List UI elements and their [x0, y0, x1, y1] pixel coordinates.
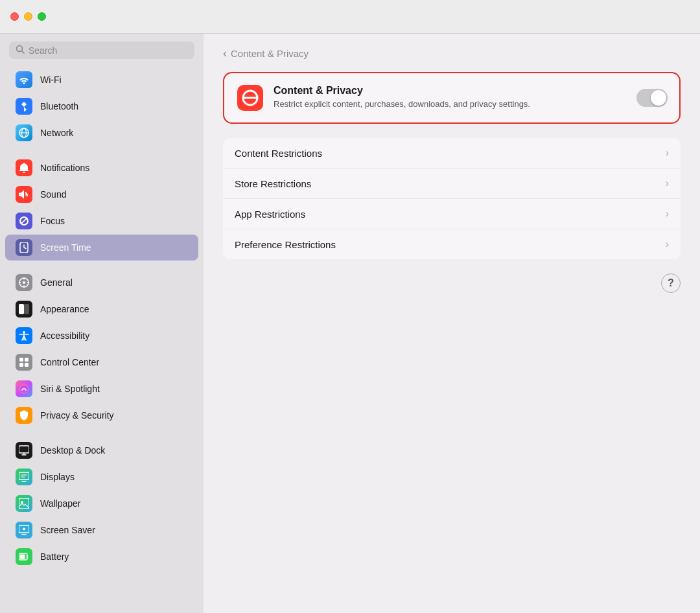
- sidebar-item-privacy[interactable]: Privacy & Security: [5, 402, 198, 428]
- restriction-item-preference[interactable]: Preference Restrictions›: [223, 229, 681, 259]
- sidebar-item-label-privacy: Privacy & Security: [40, 410, 114, 421]
- restriction-item-app[interactable]: App Restrictions›: [223, 199, 681, 229]
- sidebar-item-notifications[interactable]: Notifications: [5, 155, 198, 181]
- svg-rect-13: [19, 363, 23, 367]
- svg-rect-12: [25, 358, 29, 362]
- sidebar-item-screensaver[interactable]: Screen Saver: [5, 517, 198, 543]
- wallpaper-icon: [16, 495, 32, 512]
- search-icon: [16, 45, 25, 56]
- accessibility-icon: [16, 327, 32, 344]
- svg-rect-18: [19, 498, 29, 509]
- svg-rect-11: [19, 358, 23, 362]
- back-title: Content & Privacy: [231, 48, 309, 59]
- restriction-chevron-preference: ›: [666, 238, 669, 250]
- restriction-chevron-app: ›: [666, 208, 669, 220]
- sidebar-item-label-screentime: Screen Time: [40, 242, 91, 253]
- sidebar-item-label-network: Network: [40, 128, 73, 138]
- back-nav: ‹ Content & Privacy: [223, 47, 681, 60]
- back-arrow-icon[interactable]: ‹: [223, 47, 227, 60]
- restriction-chevron-content: ›: [666, 147, 669, 159]
- sidebar-item-wallpaper[interactable]: Wallpaper: [5, 491, 198, 516]
- sidebar-items-container: Wi-FiBluetoothNetworkNotificationsSoundF…: [0, 67, 204, 570]
- sidebar: Wi-FiBluetoothNetworkNotificationsSoundF…: [0, 34, 204, 613]
- sidebar-item-label-bluetooth: Bluetooth: [40, 101, 78, 111]
- restriction-label-store: Store Restrictions: [235, 178, 666, 189]
- siri-icon: [16, 380, 32, 397]
- sidebar-item-label-focus: Focus: [40, 216, 65, 226]
- svg-rect-16: [19, 446, 29, 453]
- sound-icon: [16, 186, 32, 203]
- screensaver-icon: [16, 522, 32, 538]
- close-button[interactable]: [10, 12, 19, 21]
- svg-rect-14: [25, 363, 29, 367]
- sidebar-item-sound[interactable]: Sound: [5, 181, 198, 207]
- sidebar-item-label-siri: Siri & Spotlight: [40, 384, 100, 394]
- sidebar-item-label-controlcenter: Control Center: [40, 357, 99, 367]
- search-box[interactable]: [9, 41, 194, 59]
- general-icon: [16, 274, 32, 291]
- content-privacy-toggle[interactable]: [636, 89, 668, 107]
- appearance-icon: [16, 301, 32, 318]
- cp-description: Restrict explicit content, purchases, do…: [274, 98, 627, 110]
- sidebar-divider: [0, 146, 204, 154]
- restriction-label-content: Content Restrictions: [235, 148, 666, 159]
- sidebar-item-label-desktop: Desktop & Dock: [40, 445, 105, 456]
- sidebar-item-label-appearance: Appearance: [40, 304, 89, 314]
- maximize-button[interactable]: [38, 12, 46, 21]
- focus-icon: [16, 213, 32, 229]
- sidebar-item-network[interactable]: Network: [5, 120, 198, 146]
- sidebar-item-battery[interactable]: Battery: [5, 544, 198, 570]
- sidebar-item-appearance[interactable]: Appearance: [5, 296, 198, 322]
- sidebar-item-desktop[interactable]: Desktop & Dock: [5, 437, 198, 463]
- bluetooth-icon: [16, 98, 32, 115]
- svg-rect-9: [24, 304, 29, 314]
- sidebar-item-label-wifi: Wi-Fi: [40, 75, 62, 85]
- titlebar: [0, 0, 700, 34]
- sidebar-item-label-wallpaper: Wallpaper: [40, 498, 81, 509]
- sidebar-item-label-accessibility: Accessibility: [40, 330, 89, 341]
- screentime-icon: [16, 239, 32, 256]
- sidebar-item-wifi[interactable]: Wi-Fi: [5, 67, 198, 93]
- sidebar-divider: [0, 261, 204, 269]
- network-icon: [16, 124, 32, 141]
- sidebar-item-accessibility[interactable]: Accessibility: [5, 323, 198, 349]
- sidebar-item-displays[interactable]: Displays: [5, 464, 198, 490]
- main-layout: Wi-FiBluetoothNetworkNotificationsSoundF…: [0, 34, 700, 613]
- notifications-icon: [16, 159, 32, 176]
- sidebar-item-controlcenter[interactable]: Control Center: [5, 349, 198, 375]
- displays-icon: [16, 468, 32, 485]
- cp-title: Content & Privacy: [274, 85, 627, 97]
- svg-point-7: [23, 281, 25, 284]
- privacy-icon: [16, 407, 32, 424]
- toggle-knob: [651, 90, 666, 106]
- sidebar-item-label-sound: Sound: [40, 189, 66, 200]
- sidebar-item-bluetooth[interactable]: Bluetooth: [5, 93, 198, 119]
- sidebar-item-label-displays: Displays: [40, 472, 75, 482]
- sidebar-item-screentime[interactable]: Screen Time: [5, 235, 198, 260]
- cp-text: Content & Privacy Restrict explicit cont…: [274, 85, 627, 110]
- sidebar-item-label-screensaver: Screen Saver: [40, 525, 95, 535]
- svg-rect-8: [19, 304, 24, 314]
- restriction-label-preference: Preference Restrictions: [235, 239, 666, 250]
- svg-rect-23: [20, 555, 25, 559]
- content-privacy-icon: [236, 84, 264, 112]
- restriction-label-app: App Restrictions: [235, 209, 666, 220]
- sidebar-item-label-battery: Battery: [40, 551, 69, 562]
- search-input[interactable]: [29, 45, 188, 56]
- battery-icon: [16, 548, 32, 565]
- restriction-item-content[interactable]: Content Restrictions›: [223, 138, 681, 168]
- sidebar-item-focus[interactable]: Focus: [5, 208, 198, 234]
- content-privacy-card: Content & Privacy Restrict explicit cont…: [223, 72, 681, 124]
- desktop-icon: [16, 442, 32, 459]
- content-area: ‹ Content & Privacy Content & Privacy Re…: [204, 34, 700, 613]
- svg-point-21: [23, 528, 25, 531]
- wifi-icon: [16, 71, 32, 88]
- restriction-item-store[interactable]: Store Restrictions›: [223, 168, 681, 199]
- restriction-list: Content Restrictions›Store Restrictions›…: [223, 138, 681, 259]
- minimize-button[interactable]: [24, 12, 32, 21]
- svg-line-1: [22, 51, 25, 54]
- help-button[interactable]: ?: [661, 273, 681, 293]
- sidebar-item-general[interactable]: General: [5, 270, 198, 295]
- sidebar-item-siri[interactable]: Siri & Spotlight: [5, 376, 198, 402]
- svg-point-10: [23, 331, 25, 334]
